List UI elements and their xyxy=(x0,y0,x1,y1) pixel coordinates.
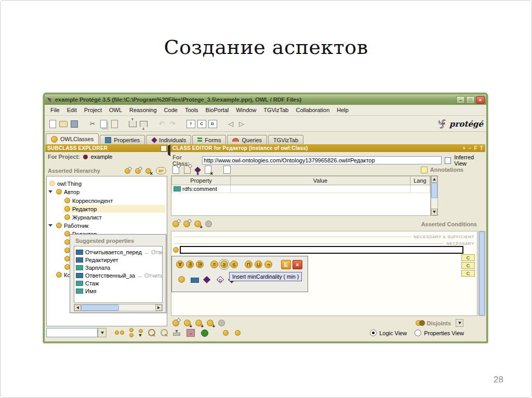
type-config-icon[interactable]: T xyxy=(480,145,483,151)
suggested-property[interactable]: Стаж xyxy=(76,279,99,287)
menu-tgviztab[interactable]: TGVizTab xyxy=(260,105,292,115)
redo-icon[interactable]: ↷ xyxy=(168,119,177,129)
tree-row-rabotnik[interactable]: Работник xyxy=(48,222,88,229)
tab-owlclasses[interactable]: OWLClasses xyxy=(46,133,99,144)
class-cursor-icon[interactable]: C xyxy=(197,119,206,129)
save-project-icon[interactable] xyxy=(70,119,79,129)
insert-individual-icon[interactable] xyxy=(203,276,210,283)
inferred-view-checkbox[interactable] xyxy=(445,157,451,164)
class-uri-input[interactable] xyxy=(202,156,441,164)
tree-row-redaktor-selected[interactable]: Редактор xyxy=(63,205,166,213)
archive-icon[interactable] xyxy=(128,119,137,129)
detach-view-icon[interactable] xyxy=(161,146,166,151)
tree-row-avtor[interactable]: Автор xyxy=(48,188,79,196)
table-row[interactable]: rdfs:comment xyxy=(172,185,430,193)
forward-icon[interactable]: ▷ xyxy=(237,119,246,129)
palette-close-button[interactable]: × xyxy=(292,260,302,269)
expander-icon[interactable] xyxy=(48,190,52,193)
suggested-property[interactable]: Имя xyxy=(76,287,96,295)
cut-icon[interactable]: ✂ xyxy=(88,119,97,129)
exists-button[interactable]: ∃ xyxy=(186,260,194,268)
c-button-2[interactable]: C xyxy=(461,262,475,269)
create-class-icon[interactable] xyxy=(125,168,130,174)
expression-button[interactable]: E xyxy=(281,260,291,269)
condition-expression-input[interactable] xyxy=(180,246,463,254)
menu-tools[interactable]: Tools xyxy=(181,105,202,115)
search-advanced-icon[interactable] xyxy=(161,329,168,336)
expander-icon[interactable] xyxy=(48,224,52,227)
debug-icon[interactable] xyxy=(201,330,208,337)
suggested-property[interactable]: Зарплата xyxy=(76,264,110,271)
scroll-left-icon[interactable] xyxy=(74,305,81,311)
negation-button[interactable]: ¬ xyxy=(264,260,272,268)
insert-datatype-icon[interactable]: D xyxy=(217,276,224,283)
search-class-icon[interactable] xyxy=(148,329,155,336)
create-expression-icon[interactable] xyxy=(172,221,179,227)
remove-widget-icon[interactable]: − xyxy=(468,145,471,151)
create-annotation-axiom-icon[interactable] xyxy=(184,166,191,174)
menu-code[interactable]: Code xyxy=(161,105,181,115)
combo-dropdown-icon[interactable] xyxy=(98,328,107,337)
new-project-icon[interactable] xyxy=(48,119,57,129)
scrollbar-thumb[interactable] xyxy=(81,305,119,311)
menu-file[interactable]: File xyxy=(47,105,63,115)
max-cardinality-button[interactable]: ≤ xyxy=(230,260,238,268)
copy-icon[interactable] xyxy=(99,119,108,129)
delete-annotation-icon[interactable] xyxy=(205,166,211,174)
hasvalue-button[interactable]: ∋ xyxy=(196,260,204,268)
matching-classes-icon[interactable] xyxy=(115,331,124,335)
add-class-expression-icon[interactable] xyxy=(195,320,202,326)
add-class-icon[interactable] xyxy=(184,320,191,326)
col-value[interactable]: Value xyxy=(231,176,410,185)
create-annotation-icon[interactable] xyxy=(172,166,179,174)
superclass-list-icon[interactable] xyxy=(129,328,134,337)
mutually-disjoint-icon[interactable]: → xyxy=(187,329,195,337)
stencil-icon[interactable] xyxy=(223,166,231,174)
close-button[interactable]: × xyxy=(476,96,485,104)
conditions-vertical-scrollbar[interactable] xyxy=(478,231,485,316)
forall-button[interactable]: ∀ xyxy=(176,260,184,268)
min-cardinality-button[interactable]: ≥ xyxy=(220,260,228,268)
delete-class-icon[interactable] xyxy=(145,168,151,174)
create-new-class-icon[interactable] xyxy=(172,320,179,326)
c-button-3[interactable]: C xyxy=(461,270,475,277)
extract-icon[interactable] xyxy=(139,119,148,129)
properties-view-radio[interactable] xyxy=(415,330,421,336)
cardinality-button[interactable]: = xyxy=(210,260,218,268)
window-titlebar[interactable]: example Protégé 3.5 (file:\C:\Program%20… xyxy=(45,94,486,105)
class-filter-input[interactable] xyxy=(46,328,98,337)
popup-horizontal-scrollbar[interactable] xyxy=(74,304,163,311)
menu-help[interactable]: Help xyxy=(333,105,352,115)
tree-row-korrespondent[interactable]: Корреспондент xyxy=(64,197,113,204)
suggested-property[interactable]: Ответственный_за ↔ Отчитываетс xyxy=(76,271,163,279)
bioportal-icon[interactable]: BP xyxy=(156,167,166,174)
menu-bioportal[interactable]: BioPortal xyxy=(202,105,233,115)
menu-window[interactable]: Window xyxy=(232,105,260,115)
menu-project[interactable]: Project xyxy=(81,105,105,115)
tab-tgviztab[interactable]: TGVizTab xyxy=(268,135,303,144)
c-button-1[interactable]: C xyxy=(461,254,475,261)
add-individual-annotation-icon[interactable] xyxy=(194,167,201,173)
back-icon[interactable]: ◁ xyxy=(226,119,235,129)
suggested-property[interactable]: Отчитывается_перед ↔ Ответстве xyxy=(76,248,163,256)
paste-icon[interactable] xyxy=(110,119,119,129)
tab-queries[interactable]: Queries xyxy=(227,135,267,144)
scroll-down-icon[interactable] xyxy=(431,209,437,215)
open-project-icon[interactable] xyxy=(59,119,68,129)
suggested-property[interactable]: Редактирует xyxy=(76,256,118,264)
table-vertical-scrollbar[interactable] xyxy=(431,175,438,216)
create-subclass-icon[interactable] xyxy=(135,168,141,174)
help-cursor-icon[interactable]: ? xyxy=(186,119,195,129)
tab-individuals[interactable]: Individuals xyxy=(146,135,191,144)
disjoints-dropdown-icon[interactable] xyxy=(456,319,463,327)
add-covering-axiom-icon[interactable] xyxy=(207,320,214,326)
minimize-button[interactable]: – xyxy=(456,96,465,104)
form-config-icon[interactable]: F xyxy=(474,145,477,151)
insert-property-icon[interactable] xyxy=(191,278,199,283)
data-cursor-icon[interactable]: D xyxy=(208,119,217,129)
col-property[interactable]: Property xyxy=(172,176,231,185)
create-restriction-icon[interactable] xyxy=(183,221,190,227)
add-widget-icon[interactable]: + xyxy=(462,145,466,151)
insert-class-icon[interactable] xyxy=(178,276,185,283)
menu-edit[interactable]: Edit xyxy=(63,105,81,115)
